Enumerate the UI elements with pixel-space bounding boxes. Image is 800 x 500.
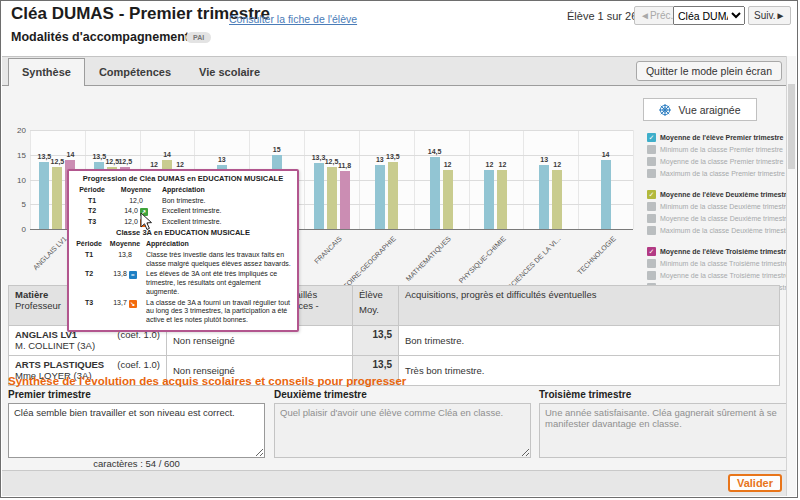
tab-comp-tences[interactable]: Compétences — [85, 58, 185, 86]
tooltip-table: PériodeMoyenneAppréciationT113,8Classe t… — [74, 239, 292, 326]
exit-fullscreen-button[interactable]: Quitter le mode plein écran — [636, 61, 782, 81]
legend-item-student-average[interactable]: ✓Moyenne de l'élève Troisième trimestre — [647, 245, 787, 257]
app-window: Cléa DUMAS - Premier trimestre Consulter… — [0, 0, 798, 498]
tooltip-period: T3 — [74, 298, 104, 326]
legend-label: Minimum de la classe Premier trimestre — [660, 146, 783, 153]
student-counter: Élève 1 sur 26 — [567, 10, 637, 22]
synthesis-textarea-2 — [274, 403, 531, 458]
legend-item-class-stat[interactable]: Maximum de la classe Deuxième trimestre — [647, 224, 787, 236]
legend-item-class-stat[interactable]: Moyenne de la classe Troisième trimestre — [647, 269, 787, 281]
cell-acquisitions[interactable]: Très bon trimestre. — [399, 356, 780, 386]
tab-synth-se[interactable]: Synthèse — [8, 58, 85, 86]
bar-value-label: 12 — [433, 161, 463, 168]
tooltip-section-title: Progression de Cléa DUMAS en EDUCATION M… — [74, 174, 292, 184]
bar-mathematiques[interactable] — [443, 170, 453, 229]
table-header-cell: ÉlèveMoy. — [353, 286, 399, 326]
tooltip-table: PériodeMoyenneAppréciationT112,0Bon trim… — [74, 185, 292, 229]
cell-moyenne: 13,5 — [353, 326, 399, 356]
mouse-cursor — [140, 212, 153, 235]
header-eleve: Élève — [359, 289, 392, 300]
bar-value-label: 11,8 — [330, 162, 360, 169]
bar-value-label: 14 — [591, 151, 621, 158]
tooltip-period: T2 — [74, 206, 110, 217]
unchecked-checkbox-icon — [647, 157, 656, 166]
legend-label: Minimum de la classe Troisième trimestre — [660, 260, 789, 267]
pai-badge: PAI — [186, 32, 211, 43]
bar-value-label: 14,5 — [420, 148, 450, 155]
vertical-scrollbar[interactable] — [786, 56, 796, 496]
tab-vie-scolaire[interactable]: Vie scolaire — [185, 58, 274, 86]
bar-anglais-lv1[interactable] — [52, 167, 62, 229]
tooltip-period: T1 — [74, 196, 110, 207]
legend-item-class-stat[interactable]: Minimum de la classe Premier trimestre — [647, 143, 787, 155]
bar-anglais-lv1[interactable] — [39, 162, 49, 229]
bar-francais[interactable] — [340, 171, 350, 229]
bar-value-label: 15 — [262, 146, 292, 153]
moyenne-value: 13,5 — [359, 329, 392, 340]
legend-item-student-average[interactable]: ✓Moyenne de l'élève Premier trimestre — [647, 131, 787, 143]
bar-sciences-de-la-vi-[interactable] — [539, 165, 549, 229]
synthesis-column-label: Premier trimestre — [8, 389, 265, 400]
tooltip-period: T3 — [74, 217, 110, 228]
y-axis-tick-label: 15 — [4, 151, 26, 160]
student-select[interactable]: Cléa DUMAS — [673, 6, 745, 25]
legend-label: Moyenne de la classe Troisième trimestre — [660, 272, 789, 279]
checked-checkbox-icon: ✓ — [647, 247, 656, 256]
bar-technologie[interactable] — [601, 160, 611, 229]
unchecked-checkbox-icon — [647, 169, 656, 178]
bar-physique-chimie[interactable] — [484, 170, 494, 229]
tooltip-column-header: Appréciation — [146, 239, 292, 250]
unchecked-checkbox-icon — [647, 259, 656, 268]
unchecked-checkbox-icon — [647, 202, 656, 211]
bar-physique-chimie[interactable] — [497, 170, 507, 229]
tooltip-appreciation: Les élèves de 3A ont été très impliqués … — [146, 269, 292, 297]
bar-value-label: 12,5 — [110, 158, 140, 165]
y-axis-tick-label: 20 — [4, 126, 26, 135]
bar-francais[interactable] — [314, 163, 324, 229]
bar-histoire-geographie[interactable] — [375, 165, 385, 229]
tooltip-appreciation: Bon trimestre. — [162, 196, 292, 207]
bar-histoire-geographie[interactable] — [388, 162, 398, 229]
legend-item-class-stat[interactable]: Moyenne de la classe Deuxième trimestre — [647, 212, 787, 224]
synthesis-heading: Synthèse de l'évolution des acquis scola… — [8, 375, 406, 387]
bar-value-label: 14 — [55, 151, 85, 158]
legend-item-class-stat[interactable]: Minimum de la classe Troisième trimestre — [647, 257, 787, 269]
synthesis-textarea-1[interactable] — [8, 403, 265, 458]
bar-mathematiques[interactable] — [430, 157, 440, 229]
legend-label: Minimum de la classe Deuxième trimestre — [660, 203, 790, 210]
table-header-cell: Acquisitions, progrès et difficultés éve… — [399, 286, 780, 326]
cell-acquisitions[interactable]: Bon trimestre. — [399, 326, 780, 356]
tooltip-average: 13,7↘ — [104, 298, 146, 326]
bar-value-label: 12 — [165, 161, 195, 168]
bar-sciences-de-la-vi-[interactable] — [552, 170, 562, 229]
legend-group: ✓Moyenne de l'élève Premier trimestreMin… — [647, 131, 787, 179]
tooltip-column-header: Appréciation — [162, 185, 292, 196]
tooltip-appreciation: Excellent trimestre. — [162, 217, 292, 228]
bar-francais[interactable] — [327, 167, 337, 229]
next-student-button[interactable]: Suiv.► — [748, 6, 791, 25]
legend-label: Moyenne de l'élève Premier trimestre — [660, 134, 783, 141]
legend-item-class-stat[interactable]: Moyenne de la classe Premier trimestre — [647, 155, 787, 167]
legend-item-class-stat[interactable]: Maximum de la classe Premier trimestre — [647, 167, 787, 179]
chart-legend: ✓Moyenne de l'élève Premier trimestreMin… — [647, 131, 787, 302]
student-file-link[interactable]: Consulter la fiche de l'élève — [229, 13, 357, 25]
character-counter: caractères : 54 / 600 — [8, 458, 265, 469]
synthesis-column-3: Troisième trimestre — [539, 389, 796, 462]
validate-button[interactable]: Valider — [728, 474, 782, 492]
tooltip-average: 13,8= — [104, 269, 146, 297]
tooltip-period: T1 — [74, 250, 104, 270]
unchecked-checkbox-icon — [647, 271, 656, 280]
bar-value-label: 12 — [487, 161, 517, 168]
legend-group: ✓Moyenne de l'élève Deuxième trimestreMi… — [647, 188, 787, 236]
legend-item-class-stat[interactable]: Minimum de la classe Deuxième trimestre — [647, 200, 787, 212]
scrollbar-thumb[interactable] — [788, 84, 795, 169]
tooltip-column-header: Moyenne — [104, 239, 146, 250]
unchecked-checkbox-icon — [647, 226, 656, 235]
tooltip-column-header: Moyenne — [110, 185, 162, 196]
tooltip-appreciation: Classe très investie dans les travaux fa… — [146, 250, 292, 270]
bar-value-label: 13 — [207, 156, 237, 163]
matiere-line: ARTS PLASTIQUES(coef. 1.0) — [15, 359, 160, 370]
bar-value-label: 13,5 — [378, 153, 408, 160]
legend-item-student-average[interactable]: ✓Moyenne de l'élève Deuxième trimestre — [647, 188, 787, 200]
synthesis-column-label: Troisième trimestre — [539, 389, 796, 400]
